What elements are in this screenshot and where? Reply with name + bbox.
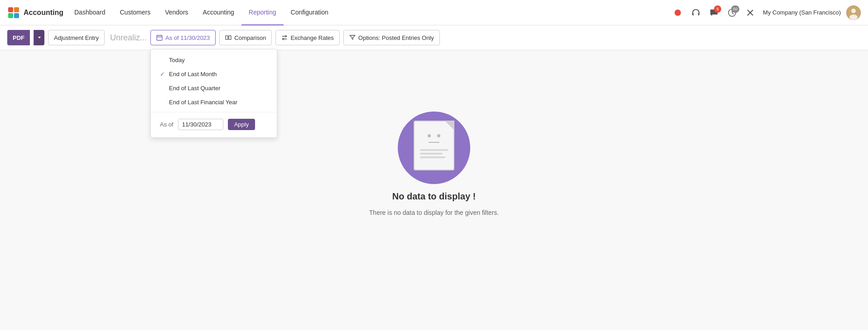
svg-rect-1 [14,7,19,12]
empty-illustration [398,112,470,184]
empty-doc-eye-left [428,134,431,137]
adjustment-entry-button[interactable]: Adjustment Entry [48,30,105,45]
navbar: Accounting Dashboard Customers Vendors A… [0,0,868,25]
as-of-dropdown-menu: Today ✓ End of Last Month End of Last Qu… [150,49,277,138]
comparison-button[interactable]: Comparison [219,30,272,45]
svg-point-4 [675,10,681,16]
adjustment-entry-label: Adjustment Entry [54,34,99,41]
dropdown-divider [151,112,277,112]
avatar-image [846,5,861,20]
main-content: No data to display ! There is no data to… [0,50,868,277]
recording-button[interactable] [670,5,685,20]
nav-item-dashboard[interactable]: Dashboard [67,0,113,25]
empty-doc-lines [415,149,453,158]
end-last-quarter-label: End of Last Quarter [169,85,220,92]
empty-doc-eyes [415,134,453,137]
options-label: Options: Posted Entries Only [358,34,434,41]
support-button[interactable] [689,5,703,20]
date-input[interactable] [178,119,223,130]
empty-subtitle: There is no data to display for the give… [369,209,499,216]
record-icon [674,9,682,17]
svg-rect-3 [14,13,19,18]
as-of-footer-label: As of [160,121,174,128]
dropdown-item-end-last-financial-year[interactable]: End of Last Financial Year [151,95,277,109]
as-of-dropdown-container: As of 11/30/2023 Today ✓ End of Last Mon… [150,30,216,45]
nav-item-reporting[interactable]: Reporting [241,0,284,25]
as-of-label: As of 11/30/2023 [165,34,210,41]
end-last-month-checkmark: ✓ [160,71,167,78]
avatar[interactable] [846,5,861,20]
empty-state: No data to display ! There is no data to… [369,112,499,216]
headset-icon [691,8,700,17]
as-of-button[interactable]: As of 11/30/2023 [150,30,216,45]
nav-item-accounting[interactable]: Accounting [196,0,241,25]
pdf-button[interactable]: PDF [7,30,30,45]
empty-doc-line-3 [420,156,445,158]
messages-button[interactable]: 5 [707,5,721,20]
nav-item-vendors[interactable]: Vendors [158,0,195,25]
end-last-financial-year-label: End of Last Financial Year [169,99,237,106]
clock-button[interactable]: 50 [725,5,739,20]
comparison-label: Comparison [234,34,266,41]
apply-button[interactable]: Apply [228,119,256,130]
exchange-rates-button[interactable]: Exchange Rates [275,30,339,45]
svg-point-10 [849,15,858,20]
close-button[interactable] [743,5,757,20]
svg-rect-15 [226,36,228,39]
pdf-caret-button[interactable] [34,30,44,45]
nav-item-customers[interactable]: Customers [113,0,158,25]
clock-badge: 50 [731,5,739,13]
navbar-right: 5 50 My Company (San Francisco) [670,5,861,20]
svg-point-9 [851,9,856,13]
dropdown-item-end-last-month[interactable]: ✓ End of Last Month [151,67,277,81]
dropdown-item-end-last-quarter[interactable]: End of Last Quarter [151,81,277,95]
exchange-icon [281,34,288,41]
end-last-month-label: End of Last Month [169,71,217,78]
filter-icon [349,34,356,41]
empty-doc-line-1 [420,149,448,151]
brand-link[interactable]: Accounting [7,6,63,19]
svg-rect-11 [157,35,162,40]
svg-rect-0 [8,7,13,12]
svg-rect-16 [229,36,231,39]
nav-item-configuration[interactable]: Configuration [284,0,336,25]
calendar-icon [156,34,163,41]
empty-title: No data to display ! [392,191,476,202]
toolbar: PDF Adjustment Entry Unrealiz... As of 1… [0,25,868,50]
comparison-icon [225,34,231,41]
messages-badge: 5 [714,5,721,13]
brand-name: Accounting [24,9,63,17]
odoo-icon [7,6,20,19]
close-icon [746,9,754,17]
dropdown-item-today[interactable]: Today [151,53,277,67]
empty-doc-eye-right [437,134,440,137]
nav-items: Dashboard Customers Vendors Accounting R… [67,0,670,25]
exchange-rates-label: Exchange Rates [290,34,333,41]
caret-down-icon [37,35,42,40]
unrealized-label: Unrealiz... [110,33,147,43]
options-button[interactable]: Options: Posted Entries Only [343,30,440,45]
empty-doc-line-2 [420,153,443,155]
empty-doc-mouth [429,142,439,143]
dropdown-footer: As of Apply [151,115,277,134]
today-label: Today [169,57,185,63]
company-name[interactable]: My Company (San Francisco) [761,9,843,16]
empty-doc [414,121,454,170]
svg-rect-2 [8,13,13,18]
